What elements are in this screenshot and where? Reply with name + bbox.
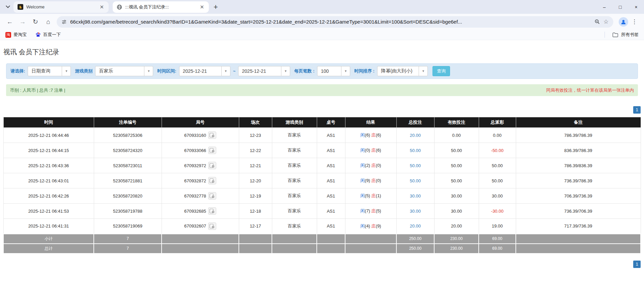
result-player_score: (4) <box>365 223 370 229</box>
cell-game-type: 百家乐 <box>272 188 317 204</box>
tab-welcome[interactable]: ♞ Welcome ✕ <box>13 1 109 13</box>
new-tab-button[interactable]: + <box>214 3 218 11</box>
tab-title: :::视讯 会员下注纪录::: <box>125 4 196 10</box>
cell-total-bet[interactable]: 30.00 <box>396 188 434 204</box>
bookmark-star-icon[interactable]: ☆ <box>604 18 609 25</box>
cell-session: 12-18 <box>239 204 272 219</box>
cell-result: 闲(6) 庄(6) <box>345 128 396 143</box>
header-round-id: 局号 <box>162 117 239 128</box>
per-page-select[interactable]: 100 ▼ <box>317 66 350 76</box>
address-bar[interactable]: 66cxkj98.com/game/betrecord_search/kind3… <box>57 16 613 28</box>
baidu-paw-icon <box>35 32 41 37</box>
footer-empty <box>272 234 317 244</box>
search-button[interactable]: 查询 <box>432 66 450 76</box>
video-replay-icon[interactable] <box>208 131 216 139</box>
window-close-button[interactable]: × <box>628 0 644 14</box>
header-total-bet: 总投注 <box>396 117 434 128</box>
tilde-separator: ~ <box>233 69 236 74</box>
video-replay-icon[interactable] <box>208 147 216 154</box>
tab-close-icon[interactable]: ✕ <box>99 4 105 10</box>
cell-note: 717.39/736.39 <box>516 219 641 234</box>
result-banker: 庄 <box>371 148 376 153</box>
tab-search-chevron-icon[interactable] <box>3 2 13 12</box>
cell-note: 706.39/736.39 <box>516 188 641 204</box>
result-banker_score: (6) <box>376 148 381 153</box>
footer-empty <box>162 234 239 244</box>
date-start-select[interactable]: 2025-12-21 ▼ <box>179 66 230 76</box>
cell-total-bet[interactable]: 50.00 <box>396 143 434 158</box>
site-settings-icon[interactable] <box>61 19 67 25</box>
tab-close-icon[interactable]: ✕ <box>199 4 205 10</box>
cell-total-bet[interactable]: 30.00 <box>396 204 434 219</box>
window-minimize-button[interactable]: – <box>596 0 612 14</box>
sort-select[interactable]: 降幂(由大到小) ▼ <box>377 66 428 76</box>
currency-total-text: 币别 : 人民币 | 总共 :7 注单 | <box>10 87 65 93</box>
cell-payout: -50.00 <box>479 143 516 158</box>
cell-time: 2025-12-21 06:41:31 <box>3 219 94 234</box>
footer-empty <box>345 244 396 253</box>
cell-time: 2025-12-21 06:44:15 <box>3 143 94 158</box>
cell-session: 12-23 <box>239 128 272 143</box>
query-type-select[interactable]: 日期查询 ▼ <box>28 66 71 76</box>
header-result: 结果 <box>345 117 396 128</box>
zoom-out-icon[interactable] <box>594 19 600 25</box>
cell-game-type: 百家乐 <box>272 173 317 188</box>
round-number: 670932872 <box>184 178 206 183</box>
result-player_score: (5) <box>365 193 370 198</box>
forward-icon[interactable]: → <box>17 16 28 28</box>
cell-game-type: 百家乐 <box>272 158 317 173</box>
header-note: 备注 <box>516 117 641 128</box>
footer-empty <box>272 244 317 253</box>
video-replay-icon[interactable] <box>208 162 216 169</box>
footer-payout: 69.00 <box>479 244 516 253</box>
round-wrap: 670932972 <box>184 162 216 169</box>
footer-valid-bet: 230.00 <box>434 234 479 244</box>
tab-bet-record[interactable]: :::视讯 会员下注纪录::: ✕ <box>113 1 209 13</box>
cell-session: 12-21 <box>239 158 272 173</box>
window-maximize-button[interactable]: □ <box>612 0 628 14</box>
browser-tab-strip: ♞ Welcome ✕ :::视讯 会员下注纪录::: ✕ + – □ × <box>0 0 644 14</box>
back-icon[interactable]: ← <box>4 16 16 28</box>
header-valid-bet: 有效投注 <box>434 117 479 128</box>
cell-game-type: 百家乐 <box>272 128 317 143</box>
round-number: 670933160 <box>184 133 206 138</box>
cell-total-bet[interactable]: 50.00 <box>396 158 434 173</box>
footer-label: 总计 <box>3 244 94 253</box>
round-number: 670932607 <box>184 223 206 229</box>
cell-table-number: AS1 <box>317 219 345 234</box>
video-replay-icon[interactable] <box>208 207 216 215</box>
video-replay-icon[interactable] <box>208 222 216 230</box>
page-number-button[interactable]: 1 <box>633 261 641 268</box>
cell-table-number: AS1 <box>317 158 345 173</box>
cell-time: 2025-12-21 06:41:53 <box>3 204 94 219</box>
folder-icon <box>612 32 618 37</box>
header-payout: 总派彩 <box>479 117 516 128</box>
result-banker: 庄 <box>371 178 376 183</box>
game-type-select[interactable]: 百家乐 ▼ <box>95 66 153 76</box>
profile-avatar[interactable] <box>619 17 628 27</box>
video-replay-icon[interactable] <box>208 177 216 184</box>
select-type-label: 请选择: <box>10 68 25 74</box>
browser-menu-icon[interactable]: ⋮ <box>630 18 641 25</box>
round-wrap: 670933066 <box>184 147 216 154</box>
page-number-button[interactable]: 1 <box>633 106 641 114</box>
reload-icon[interactable]: ↻ <box>30 16 41 28</box>
bookmarks-bar: 淘 爱淘宝 百度一下 所有书签 <box>0 30 644 40</box>
date-range-label: 时间区间: <box>157 68 176 74</box>
video-replay-icon[interactable] <box>208 192 216 200</box>
bookmark-baidu[interactable]: 百度一下 <box>35 32 61 38</box>
footer-count: 7 <box>94 244 162 253</box>
cell-payout: 50.00 <box>479 173 516 188</box>
date-end-select[interactable]: 2025-12-21 ▼ <box>238 66 290 76</box>
home-icon[interactable]: ⌂ <box>43 16 54 28</box>
cell-total-bet[interactable]: 20.00 <box>396 219 434 234</box>
cell-total-bet[interactable]: 50.00 <box>396 173 434 188</box>
cell-table-number: AS1 <box>317 188 345 204</box>
all-bookmarks-label[interactable]: 所有书签 <box>621 32 639 38</box>
header-bet-id: 注单编号 <box>94 117 162 128</box>
cell-note: 786.39/786.39 <box>516 128 641 143</box>
bookmark-aitaobao[interactable]: 淘 爱淘宝 <box>5 32 27 38</box>
per-page-value: 100 <box>317 68 341 74</box>
cell-result: 闲(0) 庄(6) <box>345 143 396 158</box>
cell-total-bet[interactable]: 20.00 <box>396 128 434 143</box>
